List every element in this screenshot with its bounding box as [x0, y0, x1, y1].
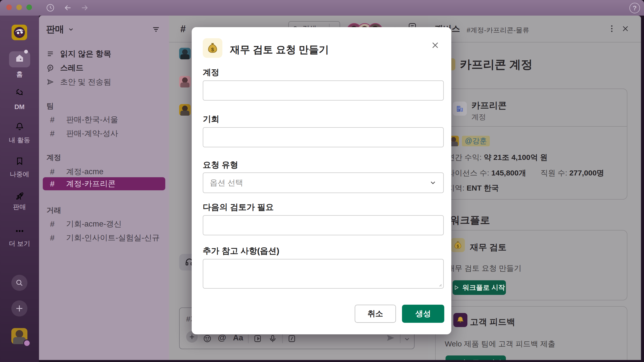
message-avatar[interactable]: [179, 104, 191, 116]
send-icon[interactable]: [386, 333, 395, 343]
review-needed-input[interactable]: [203, 215, 444, 235]
hash-icon: #: [50, 115, 60, 124]
channel-label: 계정-acme: [66, 166, 103, 177]
dm-icon[interactable]: [15, 87, 24, 97]
rail-sales-label[interactable]: 판매: [0, 203, 39, 211]
message-avatar[interactable]: [179, 76, 191, 87]
chevron-down-icon: [68, 26, 74, 33]
sales-rocket-icon[interactable]: [15, 191, 25, 201]
later-bookmark-icon[interactable]: [15, 156, 24, 166]
canvas-attach-icon[interactable]: [253, 334, 262, 343]
message-avatar[interactable]: [179, 48, 191, 59]
metric-revenue: 연간 수익: 약 21조 4,100억 원: [447, 152, 547, 163]
kebab-menu-icon[interactable]: [607, 24, 616, 33]
send-options-chevron-icon[interactable]: [404, 336, 411, 343]
channel-item[interactable]: # 기회-인사이트-실험실-신규: [39, 231, 169, 244]
account-input[interactable]: [203, 80, 444, 101]
panel-header-divider: [428, 42, 641, 42]
rail-home-label[interactable]: 홈: [0, 70, 39, 79]
channel-item-selected[interactable]: # 계정-카프리콘: [43, 177, 165, 190]
bell-emoji-icon: [453, 313, 467, 327]
rail-activity-label[interactable]: 내 활동: [0, 136, 39, 145]
workspace-switcher[interactable]: 판매: [46, 23, 74, 35]
mic-icon[interactable]: [268, 334, 277, 343]
notes-textarea[interactable]: [203, 259, 444, 289]
panel-subtitle[interactable]: #계정-카프리콘-물류: [467, 26, 529, 35]
sidebar-item-threads[interactable]: 스레드: [39, 61, 169, 74]
hash-icon: #: [50, 129, 60, 138]
channel-item[interactable]: # 계정-acme: [39, 165, 169, 178]
play-icon: [450, 360, 456, 360]
channel-label: 기회-acme-갱신: [66, 219, 122, 229]
sidebar-item-unreads[interactable]: 읽지 않은 항목: [39, 47, 169, 60]
forward-icon[interactable]: [80, 3, 89, 12]
account-card: 카프리콘 계정 @강훈 연간 수익: 약 21조 4,100억 원 라이선스 수…: [435, 88, 627, 200]
sidebar-item-label: 스레드: [60, 63, 84, 73]
cancel-button[interactable]: 취소: [355, 305, 396, 323]
metric-region: 지역: ENT 한국: [447, 183, 499, 193]
section-title-accounts[interactable]: 계정: [47, 153, 61, 163]
channel-item[interactable]: # 기회-acme-갱신: [39, 217, 169, 231]
notes-field-label: 추가 참고 사항(옵션): [203, 245, 279, 257]
channel-label: 판매-계약-성사: [66, 128, 118, 139]
channel-label: 판매-한국-서울: [66, 114, 118, 125]
modal-close-icon[interactable]: [430, 40, 440, 50]
sidebar-item-drafts[interactable]: 초안 및 전송됨: [39, 75, 169, 88]
chevron-down-icon: [429, 179, 437, 187]
hash-icon: #: [50, 167, 60, 176]
submit-feedback-workflow-button[interactable]: 워크플로 시작: [446, 355, 506, 360]
metric-value: 약 21조 4,100억 원: [484, 153, 547, 161]
unreads-icon: [47, 50, 54, 58]
opportunity-input[interactable]: [203, 127, 444, 147]
account-type: 계정: [471, 112, 486, 122]
rail-search-button[interactable]: [11, 275, 27, 291]
channel-item[interactable]: # 판매-계약-성사: [39, 127, 169, 140]
request-type-select[interactable]: 옵션 선택: [203, 172, 444, 193]
history-icon[interactable]: [46, 3, 55, 12]
more-dots-icon[interactable]: [15, 226, 24, 236]
request-type-field-label: 요청 유형: [203, 159, 238, 171]
channel-label: 계정-카프리콘: [66, 178, 115, 189]
hash-icon: #: [50, 219, 60, 229]
format-button[interactable]: Aa: [233, 333, 243, 342]
activity-bell-icon[interactable]: [15, 122, 24, 131]
metric-value: ENT 한국: [467, 184, 499, 192]
workspace-logo[interactable]: [12, 25, 27, 40]
feedback-card: 고객 피드백 Welo 제품 팀에 고객 피드백 제출 워크플로 시작: [435, 306, 627, 360]
svg-text:$: $: [457, 244, 459, 248]
channel-item[interactable]: # 판매-한국-서울: [39, 113, 169, 126]
panel-close-icon[interactable]: [621, 24, 630, 33]
section-title-deals[interactable]: 거래: [47, 205, 61, 215]
send-icon: [47, 78, 54, 86]
zoom-window-button[interactable]: [26, 5, 32, 10]
account-name: 카프리콘: [471, 100, 507, 111]
filter-icon[interactable]: [152, 25, 160, 34]
feedback-workflow-label: 워크플로 시작: [459, 358, 502, 360]
threads-icon: [47, 64, 54, 72]
shortcuts-icon[interactable]: [287, 334, 296, 343]
rail-create-button[interactable]: [11, 300, 27, 316]
emoji-button[interactable]: [203, 334, 212, 343]
hash-icon: #: [50, 179, 60, 189]
create-button[interactable]: 생성: [402, 305, 444, 323]
help-icon[interactable]: ?: [629, 3, 640, 13]
money-bag-icon: $: [203, 38, 222, 58]
minimize-window-button[interactable]: [16, 5, 22, 10]
rail-more-label[interactable]: 더 보기: [0, 239, 39, 248]
metric-value: 145,800개: [491, 169, 526, 177]
close-window-button[interactable]: [6, 5, 12, 10]
back-icon[interactable]: [63, 3, 72, 12]
review-needed-field-label: 다음의 검토가 필요: [203, 202, 274, 213]
rail-dm-label[interactable]: DM: [0, 103, 39, 111]
resize-handle-icon[interactable]: [438, 283, 442, 287]
start-workflow-button[interactable]: 워크플로 시작: [453, 280, 506, 295]
workflow-description: 재무 검토 요청 만들기: [447, 263, 521, 274]
workflow-card: $ 재무 검토 재무 검토 요청 만들기 워크플로 시작: [435, 230, 627, 300]
start-workflow-label: 워크플로 시작: [462, 283, 505, 292]
section-title-team[interactable]: 팀: [47, 101, 54, 111]
feedback-title: 고객 피드백: [470, 316, 515, 328]
channel-title-hash[interactable]: #: [180, 24, 186, 34]
user-mention[interactable]: @강훈: [462, 136, 490, 146]
home-icon[interactable]: [15, 53, 24, 63]
rail-later-label[interactable]: 나중에: [0, 170, 39, 179]
